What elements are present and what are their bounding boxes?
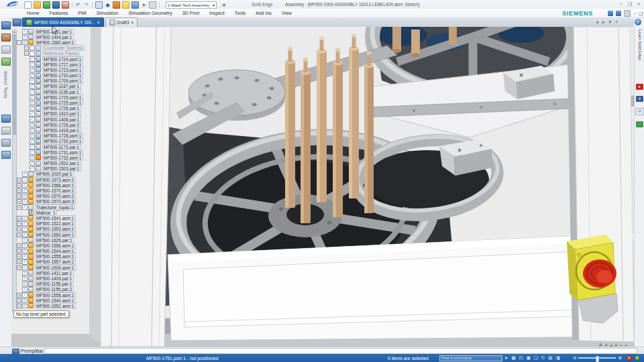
visibility-checkbox[interactable]: ✓ xyxy=(22,271,28,276)
visibility-checkbox[interactable]: ✓ xyxy=(30,161,35,166)
tab-features[interactable]: Features xyxy=(50,11,68,15)
expand-toggle-icon[interactable]: + xyxy=(17,265,21,270)
tab-3d-print[interactable]: 3D Print xyxy=(182,11,199,15)
visibility-checkbox[interactable] xyxy=(30,51,35,56)
zoom-out-icon[interactable]: ⊖ xyxy=(573,355,576,361)
tab-tools[interactable]: Tools xyxy=(235,11,246,15)
expand-toggle-icon[interactable]: + xyxy=(17,205,21,210)
youtube-icon[interactable]: ▸ xyxy=(636,84,643,90)
doc-tab[interactable]: Draft3× xyxy=(105,17,138,27)
window-view-icon[interactable]: ❑ xyxy=(534,355,538,361)
visibility-checkbox[interactable]: ✓ xyxy=(22,276,28,282)
visibility-checkbox[interactable]: ✓ xyxy=(22,292,28,298)
expand-toggle-icon[interactable]: + xyxy=(17,254,21,259)
visibility-checkbox[interactable]: ✓ xyxy=(22,172,28,177)
chart-icon[interactable] xyxy=(113,1,120,9)
visibility-checkbox[interactable]: ✓ xyxy=(30,95,35,101)
tab-home[interactable]: Home xyxy=(27,11,40,15)
visibility-checkbox[interactable]: ✓ xyxy=(30,166,35,172)
visibility-checkbox[interactable]: ✓ xyxy=(30,149,35,155)
visibility-checkbox[interactable]: ✓ xyxy=(22,177,28,182)
next-tab-icon[interactable]: ▸ xyxy=(602,19,605,25)
visibility-checkbox[interactable]: ✓ xyxy=(22,216,28,221)
visibility-checkbox[interactable]: ✓ xyxy=(30,106,35,111)
visibility-checkbox[interactable]: ✓ xyxy=(30,89,35,95)
visibility-checkbox[interactable]: ✓ xyxy=(22,188,28,194)
visibility-checkbox[interactable]: ✓ xyxy=(22,243,28,249)
expand-toggle-icon[interactable]: + xyxy=(17,233,21,237)
expand-toggle-icon[interactable]: + xyxy=(17,243,21,248)
settings-icon[interactable] xyxy=(1,151,11,159)
visibility-checkbox[interactable]: ✓ xyxy=(30,156,35,161)
paint-icon[interactable] xyxy=(131,1,139,9)
visibility-checkbox[interactable]: ✓ xyxy=(30,111,35,117)
visibility-checkbox[interactable]: ✓ xyxy=(22,29,28,34)
tab-list-icon[interactable]: ▾ xyxy=(608,19,611,25)
visibility-checkbox[interactable]: ✓ xyxy=(22,282,28,287)
layers-icon[interactable] xyxy=(608,11,613,16)
visibility-checkbox[interactable]: ✓ xyxy=(22,221,28,227)
new-document-icon[interactable] xyxy=(24,1,32,9)
import-icon[interactable] xyxy=(43,1,50,9)
expand-toggle-icon[interactable]: + xyxy=(17,298,21,303)
print-icon[interactable] xyxy=(62,1,69,9)
expand-toggle-icon[interactable]: + xyxy=(17,199,21,204)
library-icon[interactable] xyxy=(1,58,11,66)
visibility-checkbox[interactable]: ✓ xyxy=(22,265,28,270)
close-tab-icon[interactable]: × xyxy=(615,19,618,25)
expand-toggle-icon[interactable]: + xyxy=(17,194,21,198)
expand-toggle-icon[interactable]: - xyxy=(17,40,21,45)
doc-tab[interactable]: MF500 0000 ASSEMBLY 160...× xyxy=(22,17,104,27)
close-tab-icon[interactable]: × xyxy=(131,20,133,25)
visibility-checkbox[interactable]: ✓ xyxy=(30,56,35,62)
close-icon[interactable]: × xyxy=(637,1,640,7)
tab-add-ins[interactable]: Add Ins xyxy=(256,11,272,15)
redo-icon[interactable]: ↷ xyxy=(83,2,89,8)
expand-toggle-icon[interactable]: + xyxy=(17,293,21,298)
style-icon[interactable] xyxy=(122,1,129,9)
undo-icon[interactable]: ↶ xyxy=(75,2,81,8)
expand-toggle-icon[interactable]: + xyxy=(24,51,29,56)
visibility-checkbox[interactable] xyxy=(30,46,35,51)
expand-toggle-icon[interactable]: + xyxy=(17,216,21,221)
find-command-input[interactable] xyxy=(439,355,502,361)
pathfinder-pane-icon[interactable] xyxy=(13,19,21,26)
visibility-checkbox[interactable]: ✓ xyxy=(30,144,35,149)
pan-icon[interactable]: ➤ xyxy=(504,355,508,361)
visibility-checkbox[interactable]: ✓ xyxy=(22,249,28,254)
minimize-icon[interactable]: − xyxy=(620,1,623,7)
expand-toggle-icon[interactable]: + xyxy=(17,183,21,188)
visibility-checkbox[interactable]: ✓ xyxy=(22,183,28,188)
tab-simulation-geometry[interactable]: Simulation Geometry xyxy=(128,11,172,15)
visibility-checkbox[interactable]: ✓ xyxy=(22,232,28,237)
select-icon[interactable]: ➤ xyxy=(141,2,147,8)
visibility-checkbox[interactable]: ✓ xyxy=(30,62,35,67)
panel-icon[interactable] xyxy=(624,10,631,17)
visibility-checkbox[interactable]: ✓ xyxy=(22,199,28,204)
visibility-checkbox[interactable]: ✓ xyxy=(22,35,28,40)
windows-icon[interactable] xyxy=(1,46,11,54)
tree-item[interactable]: +✓MF500-1552.asm:1 xyxy=(17,303,85,308)
expand-toggle-icon[interactable]: + xyxy=(17,188,21,193)
navigate-icon[interactable]: ◆ xyxy=(105,2,111,8)
camera-icon[interactable]: ▤ xyxy=(548,355,552,361)
rotate-icon[interactable]: ↻ xyxy=(541,355,545,361)
visibility-checkbox[interactable]: ✓ xyxy=(30,68,35,73)
visibility-checkbox[interactable]: ✓ xyxy=(30,133,35,139)
visibility-checkbox[interactable]: ✓ xyxy=(22,204,28,210)
visibility-checkbox[interactable]: ✓ xyxy=(30,73,35,78)
prev-tab-icon[interactable]: ◂ xyxy=(596,19,598,25)
restore-icon[interactable]: ❑ xyxy=(628,1,632,7)
zoom-slider-knob[interactable] xyxy=(596,356,599,362)
newsletter-icon[interactable]: ✉ xyxy=(635,108,644,115)
capture-icon[interactable] xyxy=(149,1,156,9)
visibility-checkbox[interactable]: ✓ xyxy=(22,237,28,243)
visibility-checkbox[interactable]: ✓ xyxy=(22,227,28,232)
expand-toggle-icon[interactable]: + xyxy=(17,178,21,182)
layers-panel-icon[interactable] xyxy=(1,127,11,135)
visibility-checkbox[interactable]: ✓ xyxy=(22,259,28,265)
visibility-checkbox[interactable]: ✓ xyxy=(30,128,35,133)
expand-toggle-icon[interactable]: + xyxy=(24,46,29,50)
view-image-icon[interactable]: ▦ xyxy=(511,355,515,361)
visibility-checkbox[interactable]: ✓ xyxy=(22,194,28,199)
